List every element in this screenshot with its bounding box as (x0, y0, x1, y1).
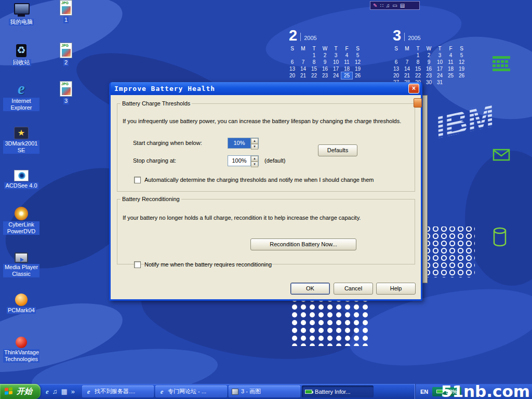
calendar-date: 31 (434, 79, 445, 86)
wallpaper-dot-grid (291, 300, 369, 346)
calendar-day-header: T (413, 45, 423, 52)
ie-task-icon (158, 388, 165, 396)
calendar-date: 16 (320, 65, 330, 72)
close-icon[interactable]: × (408, 84, 419, 94)
floating-toolbar[interactable]: ✎∷♫▭▤ (370, 1, 420, 10)
task-label: 找不到服务器.... (95, 388, 135, 395)
calendar-date: 26 (456, 72, 467, 79)
calendar-day-header: F (445, 45, 456, 52)
defaults-button[interactable]: Defaults (318, 144, 357, 156)
desktop-file-icon[interactable]: JPG1 (48, 0, 84, 23)
desktop-icon-mpc[interactable]: Media Player Classic (3, 250, 39, 277)
desktop-icon-pcmark04[interactable]: PCMark04 (3, 292, 39, 314)
calendar-date: 24 (434, 72, 445, 79)
calendar-date: 16 (423, 65, 434, 72)
stop-charging-value[interactable]: 100% (228, 156, 250, 166)
help-button[interactable]: Help (376, 283, 416, 295)
stop-charging-label: Stop charging at: (133, 157, 176, 164)
task-button[interactable]: 找不到服务器.... (82, 385, 154, 397)
calendar-day-header: F (341, 45, 352, 52)
calendar-date: 20 (391, 72, 402, 79)
calendar-date: 18 (445, 65, 456, 72)
desktop-icon-label: ThinkVantage Technologies (3, 349, 39, 363)
desktop-icon-3dmark2001[interactable]: ★3DMark2001 SE (3, 125, 39, 154)
calendar-day-header: W (423, 45, 434, 52)
cancel-button[interactable]: Cancel (334, 283, 373, 295)
background-window-button[interactable] (414, 98, 422, 108)
desktop-file-icon[interactable]: JPG2 (48, 43, 84, 66)
more-chevron-icon[interactable]: » (71, 388, 75, 395)
calendar-date: 10 (330, 59, 341, 65)
document-icon[interactable]: ▤ (400, 2, 405, 9)
calendar-date: 22 (309, 72, 320, 79)
calendar-day-header: S (352, 45, 363, 52)
calendar-date: 26 (352, 72, 363, 79)
calendar-date: 1 (413, 52, 423, 59)
calendar-date: 9 (320, 59, 330, 65)
notify-reconditioning-checkbox[interactable] (134, 261, 141, 268)
jpg-file-icon: JPG (60, 81, 72, 97)
recondition-battery-button[interactable]: Recondition Battery Now... (250, 238, 356, 250)
show-desktop-icon[interactable]: ▦ (61, 388, 68, 395)
spin-down-icon[interactable]: ▼ (251, 144, 258, 150)
desktop-icon-recycle-bin[interactable]: ♻回收站 (3, 43, 39, 66)
calendar-separator (404, 33, 405, 41)
desktop-icon-acdsee[interactable]: ACDSee 4.0 (3, 167, 39, 189)
calendar-date (298, 52, 309, 59)
auto-determine-checkbox[interactable] (134, 177, 141, 183)
media-player-quick-icon[interactable]: ♫ (52, 388, 58, 395)
ok-button[interactable]: OK (290, 283, 330, 295)
thinkvantage-icon (16, 335, 27, 348)
dots-icon[interactable]: ∷ (380, 2, 383, 9)
calendar-march: 32005SMTWTFS1234567891011121314151617181… (391, 28, 473, 86)
desktop-icon-internet-explorer[interactable]: eInternet Explorer (3, 81, 39, 111)
language-indicator[interactable]: EN (420, 389, 428, 395)
jpg-file-icon: JPG (60, 0, 72, 16)
task-button[interactable]: 3 - 画图 (229, 385, 300, 397)
jpg-file-icon: JPG (60, 43, 72, 58)
spin-down-icon[interactable]: ▼ (251, 162, 258, 167)
default-note: (default) (264, 157, 285, 164)
calendar-date: 2 (423, 52, 434, 59)
task-button[interactable]: 专门网论坛 - ... (155, 385, 227, 397)
calendar-date: 1 (309, 52, 320, 59)
dialog-titlebar[interactable]: Improve Battery Health × (111, 82, 421, 95)
ie-quick-icon[interactable]: e (46, 388, 49, 396)
calendar-date: 14 (402, 65, 413, 72)
spin-up-icon[interactable]: ▲ (251, 156, 258, 162)
calendar-date (456, 79, 467, 86)
stop-charging-spinbox[interactable]: 100% ▲▼ (228, 155, 259, 166)
desktop-icon-label: PCMark04 (7, 307, 36, 314)
ie-task-icon (85, 388, 92, 396)
calendar-date: 8 (309, 59, 320, 65)
calendar-date: 10 (434, 59, 445, 65)
desktop-icon-label: Media Player Classic (3, 264, 39, 277)
desktop-icon-thinkvantage[interactable]: ThinkVantage Technologies (3, 335, 39, 363)
battery-task-icon (305, 390, 312, 394)
spin-up-icon[interactable]: ▲ (251, 138, 258, 144)
group-title: Battery Charge Thresholds (121, 100, 192, 107)
start-charging-spinbox[interactable]: 10% ▲▼ (228, 138, 259, 149)
desktop-icon-my-computer[interactable]: 我的电脑 (3, 2, 39, 25)
desktop-file-icon[interactable]: JPG3 (48, 81, 84, 104)
start-button[interactable]: 开始 (0, 384, 41, 399)
auto-determine-row: Automatically determine the charging thr… (134, 177, 374, 183)
task-label: Battery Infor... (315, 389, 350, 395)
calendar-date: 15 (309, 65, 320, 72)
display-icon[interactable]: ▭ (392, 2, 397, 9)
calendar-date: 19 (352, 65, 363, 72)
task-button[interactable]: Battery Infor... (302, 385, 374, 397)
calendar-date: 8 (413, 59, 423, 65)
speaker-icon[interactable]: ♫ (386, 2, 390, 9)
desktop-icon-powerdvd[interactable]: CyberLink PowerDVD (3, 206, 39, 235)
start-charging-value[interactable]: 10% (228, 138, 250, 148)
battery-reconditioning-group: Battery Reconditioning If your battery n… (117, 196, 415, 264)
calendar-date: 18 (341, 65, 352, 72)
calendar-date: 15 (413, 65, 423, 72)
desktop-icon-label: 1 (63, 17, 69, 23)
taskbar-tasks: 找不到服务器....专门网论坛 - ...3 - 画图Battery Infor… (80, 385, 415, 397)
pen-icon[interactable]: ✎ (373, 2, 377, 9)
calendar-date: 2 (320, 52, 330, 59)
calendar-date: 7 (402, 59, 413, 65)
auto-determine-label: Automatically determine the charging thr… (144, 177, 374, 183)
